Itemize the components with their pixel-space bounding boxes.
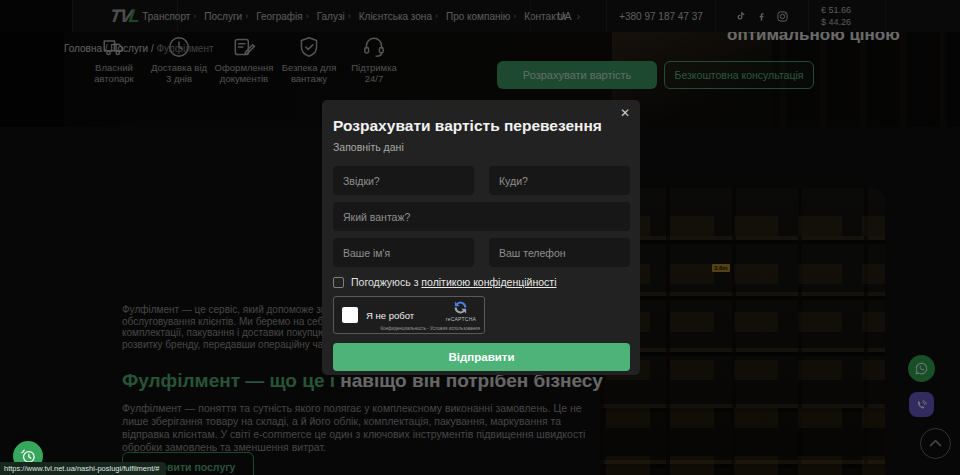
from-input[interactable] bbox=[333, 166, 474, 195]
modal-subtitle: Заповніть дані bbox=[333, 141, 630, 153]
name-input[interactable] bbox=[333, 238, 474, 267]
calculate-cost-modal: ✕ Розрахувати вартість перевезення Запов… bbox=[322, 100, 640, 375]
recaptcha-checkbox[interactable] bbox=[342, 307, 358, 323]
close-icon[interactable]: ✕ bbox=[620, 107, 630, 119]
submit-button[interactable]: Відправити bbox=[333, 343, 630, 371]
recaptcha-brand: reCAPTCHA bbox=[446, 316, 476, 322]
modal-title: Розрахувати вартість перевезення bbox=[333, 117, 630, 135]
cargo-input[interactable] bbox=[333, 202, 630, 231]
recaptcha-icon bbox=[453, 300, 468, 315]
recaptcha-label: Я не робот bbox=[366, 310, 414, 321]
recaptcha-terms[interactable]: Конфиденциальность - Условия использован… bbox=[380, 326, 480, 331]
page: TVL Транспорт› Послуги› Географія› Галуз… bbox=[0, 0, 960, 475]
phone-input[interactable] bbox=[489, 238, 630, 267]
consent-row: Погоджуюсь з політикою конфіденційності bbox=[333, 276, 630, 288]
consent-checkbox[interactable] bbox=[333, 277, 344, 288]
recaptcha-widget: Я не робот reCAPTCHA Конфиденциальность … bbox=[333, 296, 485, 334]
to-input[interactable] bbox=[489, 166, 630, 195]
privacy-policy-link[interactable]: політикою конфіденційності bbox=[421, 276, 556, 288]
browser-status-url: https://www.tvl.net.ua/nashi-poslugi/ful… bbox=[0, 462, 166, 475]
